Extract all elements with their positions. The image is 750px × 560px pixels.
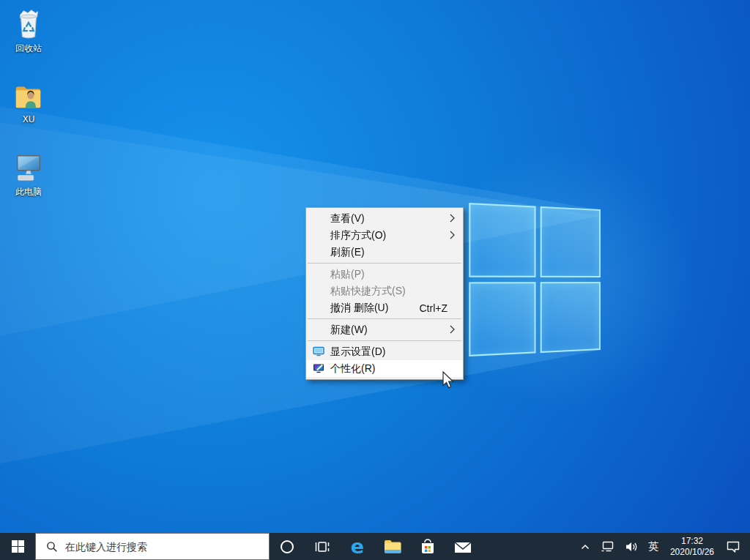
- submenu-arrow-icon: [450, 214, 455, 223]
- menu-item-label: 新建(W): [330, 324, 368, 337]
- volume-icon: [625, 541, 638, 553]
- windows-start-icon: [12, 540, 24, 553]
- edge-icon: e: [351, 537, 364, 556]
- desktop-icon-label: 此电脑: [15, 186, 42, 198]
- logo-pane: [540, 282, 601, 353]
- this-pc-icon: [12, 151, 45, 184]
- search-input[interactable]: [64, 540, 263, 553]
- store-button[interactable]: [410, 533, 445, 560]
- menu-item-refresh[interactable]: 刷新(E): [306, 244, 463, 261]
- menu-item-display-settings[interactable]: 显示设置(D): [306, 343, 463, 360]
- ime-language-label: 英: [648, 540, 658, 553]
- menu-item-label: 查看(V): [330, 212, 365, 225]
- menu-item-sort-by[interactable]: 排序方式(O): [306, 227, 463, 244]
- menu-separator: [308, 318, 461, 319]
- menu-item-label: 个性化(R): [330, 362, 375, 376]
- action-center-button[interactable]: [721, 533, 746, 560]
- submenu-arrow-icon: [450, 325, 455, 334]
- mail-icon: [453, 540, 472, 554]
- windows-wallpaper-logo: [469, 203, 601, 356]
- screen: 回收站 XU 此电脑 查看(V): [0, 0, 750, 560]
- user-folder-icon: [12, 79, 45, 113]
- taskbar: e: [0, 533, 750, 560]
- file-explorer-icon: [384, 540, 401, 554]
- chevron-up-icon: [580, 542, 590, 551]
- desktop-icon-this-pc[interactable]: 此电脑: [4, 151, 53, 198]
- menu-item-label: 排序方式(O): [330, 229, 386, 242]
- menu-separator: [308, 340, 461, 341]
- start-button[interactable]: [0, 533, 35, 560]
- submenu-arrow-icon: [450, 231, 455, 239]
- desktop-icon-recycle-bin[interactable]: 回收站: [4, 7, 53, 55]
- taskbar-search-box[interactable]: [35, 533, 270, 560]
- menu-item-shortcut: Ctrl+Z: [420, 302, 464, 314]
- taskbar-clock[interactable]: 17:32 2020/10/26: [664, 536, 721, 558]
- desktop-icon-label: 回收站: [15, 42, 42, 55]
- task-view-icon: [313, 540, 331, 554]
- personalization-icon: [313, 362, 324, 374]
- network-icon: [601, 540, 615, 553]
- menu-item-paste: 粘贴(P): [306, 266, 463, 283]
- menu-item-undo-delete[interactable]: 撤消 删除(U) Ctrl+Z: [306, 299, 463, 316]
- store-icon: [419, 538, 437, 556]
- action-center-icon: [726, 540, 740, 553]
- cortana-icon: [279, 539, 295, 555]
- logo-pane: [469, 282, 535, 356]
- display-settings-icon: [313, 346, 324, 357]
- system-tray: 英 17:32 2020/10/26: [575, 533, 750, 560]
- desktop-icon-user-folder[interactable]: XU: [4, 79, 53, 124]
- search-icon: [46, 541, 58, 553]
- file-explorer-button[interactable]: [375, 533, 410, 560]
- volume-button[interactable]: [620, 533, 643, 560]
- menu-item-label: 粘贴(P): [330, 268, 365, 281]
- menu-item-personalize[interactable]: 个性化(R): [306, 360, 463, 377]
- edge-button[interactable]: e: [340, 533, 375, 560]
- desktop-context-menu: 查看(V) 排序方式(O) 刷新(E) 粘贴(P) 粘贴快捷方式(S) 撤消 删…: [305, 207, 464, 380]
- menu-item-label: 撤消 删除(U): [330, 302, 388, 315]
- menu-separator: [308, 263, 461, 264]
- cortana-button[interactable]: [270, 533, 305, 560]
- logo-pane: [469, 203, 535, 277]
- network-button[interactable]: [595, 533, 620, 560]
- menu-item-new[interactable]: 新建(W): [306, 321, 463, 338]
- logo-pane: [540, 206, 601, 277]
- menu-item-label: 粘贴快捷方式(S): [330, 285, 406, 298]
- show-hidden-icons-button[interactable]: [575, 533, 595, 560]
- menu-item-label: 刷新(E): [330, 246, 365, 259]
- ime-indicator[interactable]: 英: [643, 533, 664, 560]
- recycle-bin-icon: [12, 7, 45, 41]
- menu-item-paste-shortcut: 粘贴快捷方式(S): [306, 283, 463, 299]
- desktop-icon-label: XU: [23, 114, 35, 124]
- menu-item-label: 显示设置(D): [330, 346, 385, 359]
- clock-date: 2020/10/26: [670, 547, 714, 558]
- menu-item-view[interactable]: 查看(V): [306, 210, 463, 227]
- mail-button[interactable]: [445, 533, 480, 560]
- task-view-button[interactable]: [305, 533, 340, 560]
- clock-time: 17:32: [681, 536, 703, 547]
